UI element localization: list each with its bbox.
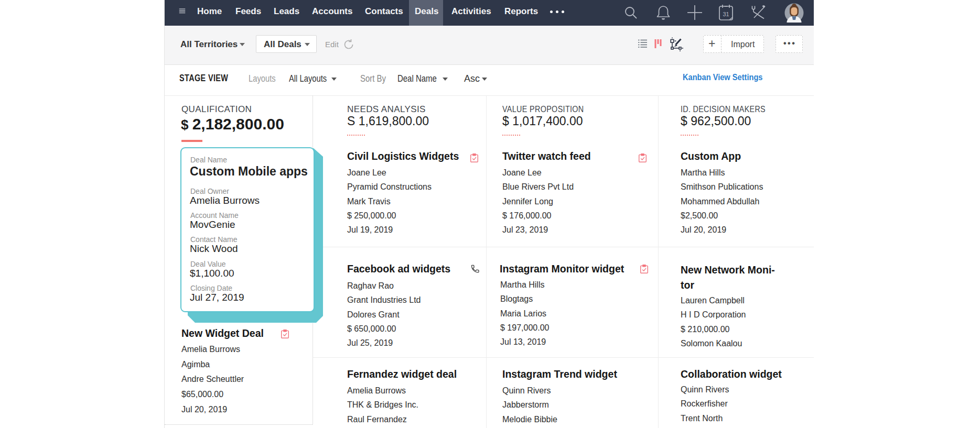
- svg-text:31: 31: [723, 11, 729, 17]
